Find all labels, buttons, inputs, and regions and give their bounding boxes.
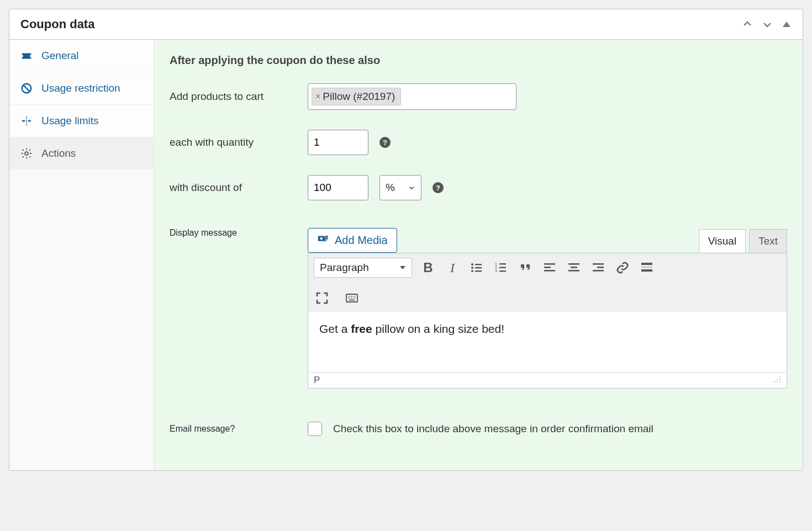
editor-toolbar: Paragraph B I 123: [308, 253, 787, 311]
blockquote-button[interactable]: [517, 259, 534, 276]
add-media-button[interactable]: Add Media: [308, 228, 397, 253]
svg-line-2: [23, 85, 30, 92]
align-right-button[interactable]: [590, 259, 607, 276]
bold-button[interactable]: B: [420, 259, 436, 276]
svg-point-10: [471, 267, 473, 269]
editor-column: Add Media Visual Text Paragraph: [308, 228, 787, 389]
coupon-data-panel: Coupon data General: [9, 9, 803, 471]
gear-icon: [20, 147, 33, 160]
help-icon[interactable]: ?: [379, 137, 391, 148]
tab-usage-limits[interactable]: Usage limits: [9, 105, 154, 137]
product-chip: × Pillow (#20197): [312, 88, 401, 105]
svg-point-8: [471, 263, 473, 266]
message-text-suffix: pillow on a king size bed!: [372, 322, 504, 335]
section-heading: After applying the coupon do these also: [170, 54, 787, 67]
email-checkbox-label: Check this box to include above message …: [333, 423, 653, 435]
read-more-button[interactable]: [639, 259, 655, 276]
svg-marker-0: [783, 22, 790, 27]
camera-music-icon: [317, 233, 329, 248]
svg-point-4: [25, 152, 28, 155]
remove-chip-icon[interactable]: ×: [315, 92, 320, 102]
arrows-in-icon: [20, 115, 33, 127]
editor-footer: P: [308, 372, 787, 388]
svg-point-45: [777, 379, 778, 380]
svg-rect-20: [544, 263, 555, 265]
text-tab[interactable]: Text: [749, 229, 787, 253]
tab-label: Actions: [41, 147, 76, 160]
svg-rect-9: [475, 264, 482, 265]
editor-top-row: Add Media Visual Text: [308, 228, 787, 253]
discount-input[interactable]: [308, 175, 368, 200]
format-select[interactable]: Paragraph: [314, 258, 412, 278]
tab-label: Usage restriction: [41, 82, 120, 94]
tab-label: General: [41, 50, 79, 62]
svg-text:3: 3: [495, 269, 497, 273]
bullet-list-button[interactable]: [468, 259, 485, 276]
resize-handle-icon[interactable]: [773, 375, 781, 386]
svg-rect-19: [499, 270, 506, 272]
discount-unit-value: %: [386, 182, 395, 194]
svg-rect-23: [568, 263, 579, 265]
message-text-bold: free: [351, 322, 372, 335]
editor-content[interactable]: Get a free pillow on a king size bed!: [308, 311, 787, 372]
svg-point-46: [779, 379, 781, 380]
add-products-label: Add products to cart: [170, 91, 297, 103]
discount-unit-select[interactable]: %: [379, 175, 421, 200]
svg-rect-24: [571, 267, 577, 268]
link-button[interactable]: [614, 259, 631, 276]
svg-rect-21: [544, 267, 551, 268]
svg-rect-25: [568, 270, 579, 272]
panel-controls: [742, 19, 792, 30]
keyboard-icon[interactable]: [344, 290, 360, 306]
move-down-icon[interactable]: [762, 19, 773, 30]
svg-rect-13: [475, 270, 482, 272]
email-label: Email message?: [170, 424, 297, 434]
display-message-label: Display message: [170, 228, 297, 238]
row-discount: with discount of % ?: [170, 175, 787, 200]
svg-rect-15: [499, 263, 506, 264]
help-icon[interactable]: ?: [433, 182, 444, 193]
tab-actions[interactable]: Actions: [9, 137, 154, 169]
panel-header: Coupon data: [9, 9, 803, 40]
row-quantity: each with quantity ?: [170, 130, 787, 155]
visual-tab[interactable]: Visual: [699, 229, 746, 253]
chip-label: Pillow (#20197): [323, 91, 395, 103]
svg-rect-27: [597, 267, 604, 268]
ban-icon: [20, 82, 33, 94]
quantity-input[interactable]: [308, 130, 368, 155]
move-up-icon[interactable]: [742, 19, 753, 30]
ticket-icon: [20, 50, 33, 62]
format-value: Paragraph: [320, 262, 369, 274]
svg-rect-11: [475, 267, 482, 268]
email-checkbox[interactable]: [308, 422, 322, 436]
discount-label: with discount of: [170, 182, 297, 194]
message-text-prefix: Get a: [319, 322, 351, 335]
svg-point-44: [779, 376, 781, 377]
svg-point-49: [779, 381, 781, 383]
svg-rect-30: [641, 267, 652, 268]
align-left-button[interactable]: [541, 259, 558, 276]
svg-point-48: [777, 381, 778, 383]
row-display-message: Display message Add Media Visual Text: [170, 228, 787, 389]
svg-rect-29: [641, 263, 652, 265]
italic-button[interactable]: I: [444, 259, 461, 276]
panel-body: General Usage restriction Usage limits A…: [9, 40, 803, 470]
rich-text-editor: Paragraph B I 123: [308, 253, 787, 389]
svg-point-12: [471, 270, 473, 272]
svg-rect-17: [499, 267, 506, 268]
tab-label: Usage limits: [41, 115, 98, 127]
align-center-button[interactable]: [566, 259, 582, 276]
fullscreen-button[interactable]: [314, 290, 330, 306]
panel-title: Coupon data: [20, 17, 94, 31]
add-products-input[interactable]: × Pillow (#20197): [308, 83, 516, 110]
toggle-collapse-icon[interactable]: [782, 19, 792, 29]
svg-rect-31: [641, 269, 652, 272]
path-indicator: P: [314, 375, 320, 386]
tab-usage-restriction[interactable]: Usage restriction: [9, 72, 154, 105]
numbered-list-button[interactable]: 123: [493, 259, 509, 276]
quantity-label: each with quantity: [170, 136, 297, 148]
tab-general[interactable]: General: [9, 40, 154, 72]
svg-point-6: [320, 237, 323, 240]
svg-rect-22: [544, 270, 555, 272]
add-media-label: Add Media: [335, 234, 388, 247]
